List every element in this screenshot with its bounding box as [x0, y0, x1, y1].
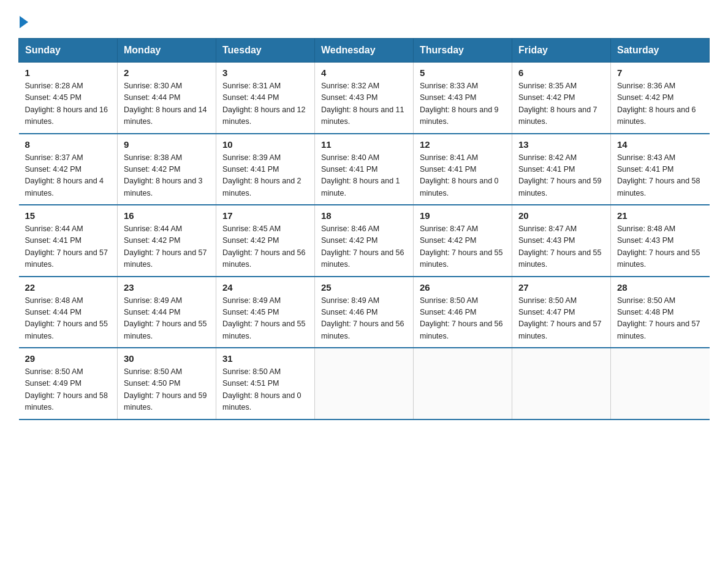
day-cell: 14 Sunrise: 8:43 AMSunset: 4:41 PMDaylig…	[611, 134, 710, 205]
day-cell	[414, 348, 512, 419]
day-number: 9	[124, 139, 211, 150]
day-info: Sunrise: 8:39 AMSunset: 4:41 PMDaylight:…	[222, 152, 309, 200]
logo-arrow-icon	[20, 16, 28, 28]
header-cell-wednesday: Wednesday	[315, 39, 414, 63]
day-number: 4	[321, 67, 408, 78]
week-row-5: 29 Sunrise: 8:50 AMSunset: 4:49 PMDaylig…	[19, 348, 710, 419]
day-cell: 24 Sunrise: 8:49 AMSunset: 4:45 PMDaylig…	[216, 277, 315, 348]
day-info: Sunrise: 8:50 AMSunset: 4:50 PMDaylight:…	[124, 366, 211, 414]
day-cell: 12 Sunrise: 8:41 AMSunset: 4:41 PMDaylig…	[414, 134, 512, 205]
day-info: Sunrise: 8:47 AMSunset: 4:42 PMDaylight:…	[420, 223, 507, 271]
header	[18, 12, 710, 27]
day-number: 27	[518, 282, 605, 293]
day-number: 5	[420, 67, 507, 78]
day-number: 11	[321, 139, 408, 150]
day-info: Sunrise: 8:45 AMSunset: 4:42 PMDaylight:…	[222, 223, 309, 271]
header-cell-thursday: Thursday	[414, 39, 512, 63]
day-number: 12	[420, 139, 507, 150]
day-number: 29	[25, 353, 113, 364]
day-number: 10	[222, 139, 309, 150]
day-cell: 20 Sunrise: 8:47 AMSunset: 4:43 PMDaylig…	[512, 205, 611, 277]
calendar-table: SundayMondayTuesdayWednesdayThursdayFrid…	[18, 38, 710, 420]
day-cell	[315, 348, 414, 419]
day-cell: 10 Sunrise: 8:39 AMSunset: 4:41 PMDaylig…	[216, 134, 315, 205]
day-number: 25	[321, 282, 408, 293]
day-cell: 16 Sunrise: 8:44 AMSunset: 4:42 PMDaylig…	[118, 205, 216, 277]
header-row: SundayMondayTuesdayWednesdayThursdayFrid…	[19, 39, 710, 63]
day-cell: 21 Sunrise: 8:48 AMSunset: 4:43 PMDaylig…	[611, 205, 710, 277]
day-cell: 4 Sunrise: 8:32 AMSunset: 4:43 PMDayligh…	[315, 63, 414, 134]
header-cell-sunday: Sunday	[19, 39, 118, 63]
day-cell: 23 Sunrise: 8:49 AMSunset: 4:44 PMDaylig…	[118, 277, 216, 348]
day-number: 23	[124, 282, 211, 293]
day-info: Sunrise: 8:36 AMSunset: 4:42 PMDaylight:…	[617, 80, 705, 128]
day-number: 15	[25, 210, 113, 221]
day-cell: 6 Sunrise: 8:35 AMSunset: 4:42 PMDayligh…	[512, 63, 611, 134]
day-info: Sunrise: 8:50 AMSunset: 4:48 PMDaylight:…	[617, 295, 705, 343]
day-cell: 7 Sunrise: 8:36 AMSunset: 4:42 PMDayligh…	[611, 63, 710, 134]
day-cell	[611, 348, 710, 419]
day-cell: 22 Sunrise: 8:48 AMSunset: 4:44 PMDaylig…	[19, 277, 118, 348]
day-number: 14	[617, 139, 705, 150]
day-cell: 26 Sunrise: 8:50 AMSunset: 4:46 PMDaylig…	[414, 277, 512, 348]
day-info: Sunrise: 8:44 AMSunset: 4:42 PMDaylight:…	[124, 223, 211, 271]
header-cell-friday: Friday	[512, 39, 611, 63]
day-cell: 2 Sunrise: 8:30 AMSunset: 4:44 PMDayligh…	[118, 63, 216, 134]
day-number: 24	[222, 282, 309, 293]
header-cell-tuesday: Tuesday	[216, 39, 315, 63]
day-info: Sunrise: 8:49 AMSunset: 4:45 PMDaylight:…	[222, 295, 309, 343]
week-row-1: 1 Sunrise: 8:28 AMSunset: 4:45 PMDayligh…	[19, 63, 710, 134]
day-info: Sunrise: 8:31 AMSunset: 4:44 PMDaylight:…	[222, 80, 309, 128]
day-info: Sunrise: 8:50 AMSunset: 4:49 PMDaylight:…	[25, 366, 113, 414]
logo	[18, 12, 28, 27]
day-cell: 8 Sunrise: 8:37 AMSunset: 4:42 PMDayligh…	[19, 134, 118, 205]
day-info: Sunrise: 8:46 AMSunset: 4:42 PMDaylight:…	[321, 223, 408, 271]
week-row-4: 22 Sunrise: 8:48 AMSunset: 4:44 PMDaylig…	[19, 277, 710, 348]
day-info: Sunrise: 8:37 AMSunset: 4:42 PMDaylight:…	[25, 152, 113, 200]
day-cell: 5 Sunrise: 8:33 AMSunset: 4:43 PMDayligh…	[414, 63, 512, 134]
day-info: Sunrise: 8:50 AMSunset: 4:46 PMDaylight:…	[420, 295, 507, 343]
day-cell: 3 Sunrise: 8:31 AMSunset: 4:44 PMDayligh…	[216, 63, 315, 134]
day-info: Sunrise: 8:42 AMSunset: 4:41 PMDaylight:…	[518, 152, 605, 200]
day-number: 2	[124, 67, 211, 78]
day-number: 17	[222, 210, 309, 221]
day-number: 19	[420, 210, 507, 221]
day-number: 1	[25, 67, 113, 78]
day-info: Sunrise: 8:50 AMSunset: 4:51 PMDaylight:…	[222, 366, 309, 414]
day-number: 31	[222, 353, 309, 364]
day-info: Sunrise: 8:28 AMSunset: 4:45 PMDaylight:…	[25, 80, 113, 128]
day-number: 26	[420, 282, 507, 293]
day-number: 18	[321, 210, 408, 221]
day-cell: 17 Sunrise: 8:45 AMSunset: 4:42 PMDaylig…	[216, 205, 315, 277]
header-cell-monday: Monday	[118, 39, 216, 63]
day-number: 16	[124, 210, 211, 221]
day-number: 8	[25, 139, 113, 150]
day-cell: 19 Sunrise: 8:47 AMSunset: 4:42 PMDaylig…	[414, 205, 512, 277]
day-cell: 9 Sunrise: 8:38 AMSunset: 4:42 PMDayligh…	[118, 134, 216, 205]
day-cell: 1 Sunrise: 8:28 AMSunset: 4:45 PMDayligh…	[19, 63, 118, 134]
day-cell: 31 Sunrise: 8:50 AMSunset: 4:51 PMDaylig…	[216, 348, 315, 419]
day-cell: 25 Sunrise: 8:49 AMSunset: 4:46 PMDaylig…	[315, 277, 414, 348]
day-info: Sunrise: 8:40 AMSunset: 4:41 PMDaylight:…	[321, 152, 408, 200]
day-cell: 15 Sunrise: 8:44 AMSunset: 4:41 PMDaylig…	[19, 205, 118, 277]
day-info: Sunrise: 8:48 AMSunset: 4:43 PMDaylight:…	[617, 223, 705, 271]
day-info: Sunrise: 8:47 AMSunset: 4:43 PMDaylight:…	[518, 223, 605, 271]
day-info: Sunrise: 8:43 AMSunset: 4:41 PMDaylight:…	[617, 152, 705, 200]
day-info: Sunrise: 8:49 AMSunset: 4:44 PMDaylight:…	[124, 295, 211, 343]
day-cell: 29 Sunrise: 8:50 AMSunset: 4:49 PMDaylig…	[19, 348, 118, 419]
day-info: Sunrise: 8:44 AMSunset: 4:41 PMDaylight:…	[25, 223, 113, 271]
day-number: 21	[617, 210, 705, 221]
day-number: 30	[124, 353, 211, 364]
week-row-2: 8 Sunrise: 8:37 AMSunset: 4:42 PMDayligh…	[19, 134, 710, 205]
day-info: Sunrise: 8:49 AMSunset: 4:46 PMDaylight:…	[321, 295, 408, 343]
day-cell: 18 Sunrise: 8:46 AMSunset: 4:42 PMDaylig…	[315, 205, 414, 277]
day-number: 28	[617, 282, 705, 293]
day-info: Sunrise: 8:35 AMSunset: 4:42 PMDaylight:…	[518, 80, 605, 128]
day-cell: 27 Sunrise: 8:50 AMSunset: 4:47 PMDaylig…	[512, 277, 611, 348]
day-number: 7	[617, 67, 705, 78]
day-info: Sunrise: 8:50 AMSunset: 4:47 PMDaylight:…	[518, 295, 605, 343]
day-cell: 30 Sunrise: 8:50 AMSunset: 4:50 PMDaylig…	[118, 348, 216, 419]
day-cell: 13 Sunrise: 8:42 AMSunset: 4:41 PMDaylig…	[512, 134, 611, 205]
day-number: 22	[25, 282, 113, 293]
day-number: 6	[518, 67, 605, 78]
